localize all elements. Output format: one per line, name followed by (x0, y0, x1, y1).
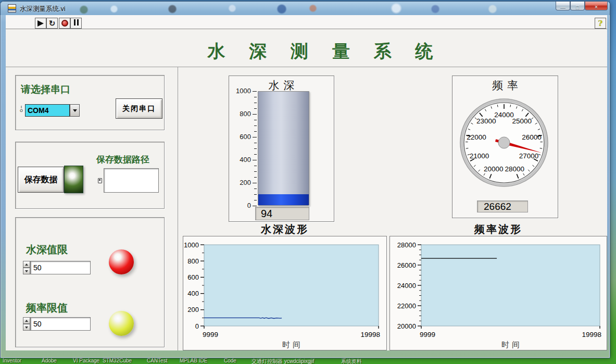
abort-button[interactable] (59, 18, 70, 29)
svg-text:600: 600 (187, 273, 199, 281)
run-continuous-icon: ↻ (49, 19, 56, 27)
desktop-icon-label[interactable]: Inventor (3, 358, 21, 363)
window-titlebar[interactable]: 水深测量系统.vi — □ × (1, 2, 610, 15)
svg-text:20000: 20000 (397, 322, 416, 330)
desktop-icon-label[interactable]: STM32Cube (103, 358, 132, 363)
freq-alarm-led[interactable] (109, 311, 134, 336)
close-serial-button[interactable]: 关闭串口 (116, 98, 162, 119)
svg-text:19998: 19998 (360, 331, 380, 338)
decrement-icon[interactable] (23, 268, 30, 274)
gauge-hub (498, 137, 510, 148)
desktop: InventorAdobeVI PackageSTM32CubeCANTestM… (0, 0, 616, 364)
svg-text:1000: 1000 (184, 241, 199, 249)
svg-text:22000: 22000 (397, 302, 416, 310)
close-icon: × (595, 4, 598, 10)
tick (254, 189, 257, 189)
gauge-panel: 频率 2000021000220002300024000250002600027… (452, 76, 558, 218)
depth-chart: 02004006008001000999919998时 间 (183, 236, 387, 350)
depth-alarm-led[interactable] (109, 249, 134, 274)
horizontal-divider (6, 67, 607, 67)
svg-text:9999: 9999 (203, 331, 218, 338)
tick (254, 171, 257, 172)
tick (254, 200, 257, 200)
increment-icon[interactable] (23, 317, 30, 324)
run-icon (37, 20, 44, 27)
window-title: 水深测量系统.vi (20, 5, 66, 14)
svg-text:800: 800 (187, 257, 199, 265)
svg-text:0: 0 (195, 322, 199, 330)
depth-limit-input[interactable]: 50 (30, 261, 91, 274)
svg-text:26000: 26000 (522, 133, 542, 141)
tank-value-display: 94 (255, 207, 309, 220)
tank-scale-label: 400 (229, 156, 251, 164)
tank-scale-label: 800 (229, 110, 251, 118)
svg-text:27000: 27000 (519, 152, 539, 160)
svg-text:时 间: 时 间 (501, 340, 520, 349)
tick (254, 194, 257, 195)
desktop-icon-label[interactable]: Adobe (42, 358, 57, 363)
tick (254, 103, 257, 103)
tick (253, 137, 257, 137)
tick (254, 108, 257, 109)
serial-groupbox: 请选择串口 I O COM4 关闭串口 (15, 75, 165, 130)
help-icon: ? (598, 19, 603, 28)
tick (254, 97, 257, 97)
path-icon (98, 178, 102, 183)
freq-chart-title: 频率波形 (389, 222, 607, 236)
tick (254, 166, 257, 166)
minimize-icon: — (560, 4, 565, 10)
save-groupbox: 保存数据 保存数据路径 (15, 142, 165, 209)
desktop-icon-label[interactable]: MPLAB IDE (180, 358, 207, 363)
serial-label: 请选择串口 (21, 83, 70, 96)
freq-limit-label: 频率限值 (26, 301, 68, 315)
svg-text:19998: 19998 (582, 331, 601, 338)
tick (253, 114, 257, 115)
svg-text:28000: 28000 (505, 165, 524, 173)
desktop-icon-label[interactable]: CANTest (147, 358, 167, 363)
depth-chart-plot: 02004006008001000999919998时 间 (183, 236, 386, 350)
freq-limit-spinner[interactable] (23, 317, 30, 331)
tick (253, 183, 257, 183)
tick (254, 120, 257, 120)
tank-body (258, 91, 309, 206)
io-icon: I O (18, 105, 24, 112)
maximize-icon: □ (576, 4, 579, 10)
tank-scale-label: 600 (229, 133, 251, 141)
app-window: 水深测量系统.vi — □ × ↻ ? 水 深 测 量 系 统 请选择串口 I … (0, 1, 610, 358)
desktop-icon-label[interactable]: 系统资料 (341, 358, 362, 364)
combobox-dropdown-button[interactable] (70, 104, 80, 117)
save-data-button[interactable]: 保存数据 (18, 167, 64, 193)
pause-button[interactable] (70, 18, 82, 29)
minimize-button[interactable]: — (556, 2, 570, 10)
tank-fill (258, 194, 309, 205)
save-indicator-led[interactable] (64, 166, 83, 193)
svg-text:24000: 24000 (397, 282, 416, 290)
save-path-label: 保存数据路径 (96, 154, 149, 166)
freq-limit-input[interactable]: 50 (30, 317, 91, 331)
maximize-button[interactable]: □ (570, 2, 585, 10)
depth-limit-label: 水深值限 (26, 243, 68, 257)
depth-limit-spinner[interactable] (23, 261, 30, 274)
increment-icon[interactable] (23, 261, 30, 268)
desktop-icon-label[interactable]: 交通灯控制器 ycwdclipixgjif (252, 358, 315, 364)
decrement-icon[interactable] (23, 324, 30, 331)
freq-chart-plot: 2000022000240002600028000999919998时 间 (390, 236, 607, 350)
labview-vi-icon (8, 4, 16, 12)
desktop-icon-label[interactable]: Code (224, 358, 236, 363)
gauge-dial: 2000021000220002300024000250002600027000… (452, 91, 559, 198)
close-button[interactable]: × (585, 2, 608, 10)
tick (253, 91, 257, 92)
run-button[interactable] (35, 18, 46, 29)
tank-scale-label: 1000 (229, 87, 251, 95)
svg-text:400: 400 (187, 290, 199, 297)
front-panel: 水 深 测 量 系 统 请选择串口 I O COM4 关闭串口 保存数据 保存数… (6, 29, 607, 350)
save-path-input[interactable] (104, 168, 159, 193)
tick (254, 143, 257, 143)
svg-text:20000: 20000 (484, 165, 504, 173)
vi-toolbar: ↻ ? (6, 15, 607, 29)
help-button[interactable]: ? (595, 18, 606, 29)
tick (254, 131, 257, 132)
run-continuous-button[interactable]: ↻ (46, 18, 58, 29)
desktop-icon-label[interactable]: VI Package (73, 358, 99, 363)
serial-port-combobox[interactable]: COM4 (25, 104, 70, 117)
